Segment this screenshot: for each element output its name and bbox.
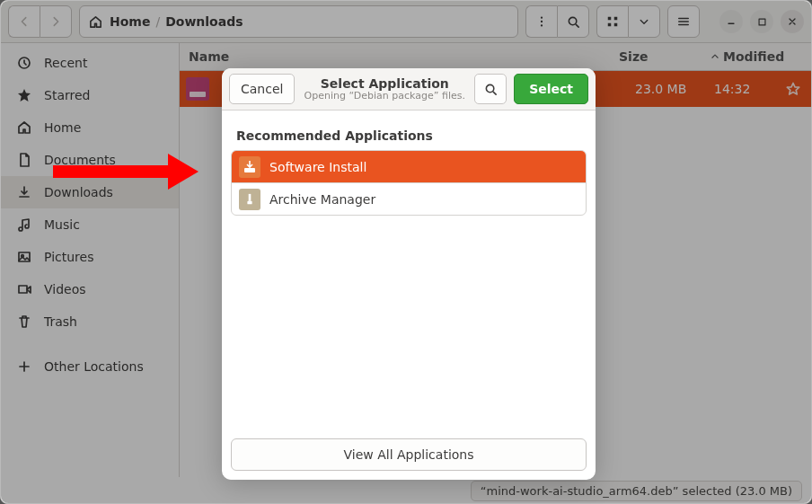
app-label: Software Install xyxy=(269,160,366,174)
svg-rect-17 xyxy=(249,193,252,200)
software-install-icon xyxy=(239,156,260,178)
select-button[interactable]: Select xyxy=(514,74,588,104)
svg-rect-18 xyxy=(247,200,252,204)
annotation-arrow xyxy=(53,154,199,190)
cancel-button[interactable]: Cancel xyxy=(229,74,295,104)
view-all-button[interactable]: View All Applications xyxy=(231,438,587,471)
dialog-footer: View All Applications xyxy=(222,429,596,480)
dialog-title: Select Application xyxy=(302,76,467,91)
app-software-install[interactable]: Software Install xyxy=(232,151,586,182)
svg-rect-16 xyxy=(244,168,255,172)
dialog-title-block: Select Application Opening “Debian packa… xyxy=(302,76,467,102)
section-header: Recommended Applications xyxy=(231,118,587,150)
app-chooser-dialog: Cancel Select Application Opening “Debia… xyxy=(222,68,596,480)
app-label: Archive Manager xyxy=(269,192,375,207)
app-list: Software Install Archive Manager xyxy=(231,150,587,216)
dialog-search-button[interactable] xyxy=(474,74,507,104)
dialog-subtitle: Opening “Debian package” files. xyxy=(302,91,467,102)
file-manager-window: Home / Downloads xyxy=(0,0,812,504)
archive-manager-icon xyxy=(239,189,260,210)
app-archive-manager[interactable]: Archive Manager xyxy=(232,182,586,215)
dialog-body: Recommended Applications Software Instal… xyxy=(222,111,596,429)
dialog-header: Cancel Select Application Opening “Debia… xyxy=(222,68,596,111)
svg-point-15 xyxy=(486,84,493,92)
